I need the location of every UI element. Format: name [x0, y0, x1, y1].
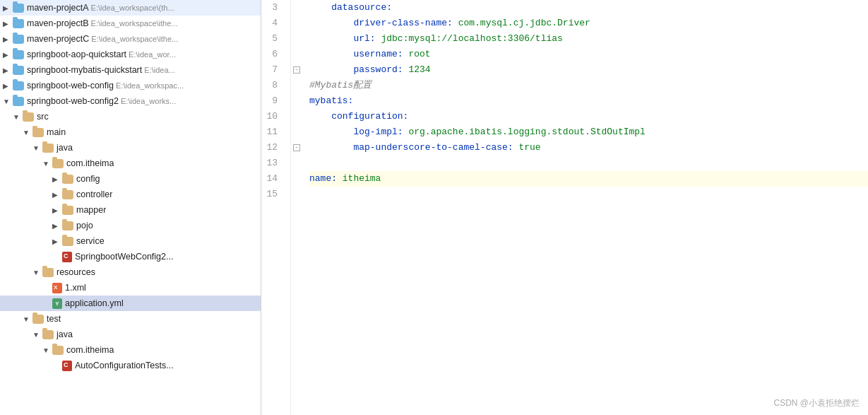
yml-file-icon — [52, 298, 62, 309]
tree-label: controller — [76, 189, 112, 199]
tree-label: maven-projectC E:\idea_workspace\ithe... — [27, 34, 178, 44]
maven-folder-icon — [13, 97, 24, 106]
line-number: 9 — [261, 93, 283, 109]
code-line: password: 1234 — [309, 62, 868, 78]
line-number: 3 — [261, 0, 283, 16]
code-line: datasource: — [309, 0, 868, 16]
tree-label: SpringbootWebConfig2... — [75, 252, 173, 262]
tree-item-com.itheima[interactable]: com.itheima — [0, 156, 261, 171]
tree-label: AutoConfigurationTests... — [75, 361, 174, 370]
code-line: name: itheima — [309, 171, 868, 187]
gutter-cell — [291, 171, 302, 187]
gutter-cell: - — [291, 62, 302, 78]
gutter-cell — [291, 156, 302, 171]
tree-label: springboot-aop-quickstart E:\idea_wor... — [27, 49, 176, 59]
file-tree: maven-projectA E:\idea_workspace\(th...m… — [0, 0, 261, 415]
tree-arrow — [42, 346, 52, 354]
line-numbers: 3456789101112131415 — [261, 0, 291, 415]
tree-label: service — [76, 236, 105, 246]
tree-item-maven-projectA[interactable]: maven-projectA E:\idea_workspace\(th... — [0, 0, 261, 16]
folder-icon — [52, 159, 64, 168]
tree-arrow — [3, 66, 13, 74]
tree-item-SpringbootWebConfig2[interactable]: SpringbootWebConfig2... — [0, 249, 261, 264]
tree-item-resources[interactable]: resources — [0, 264, 261, 280]
tree-arrow — [42, 160, 52, 168]
line-number: 4 — [261, 16, 283, 31]
tree-label: maven-projectA E:\idea_workspace\(th... — [27, 3, 174, 13]
tree-item-config[interactable]: config — [0, 171, 261, 187]
tree-item-springboot-web-config[interactable]: springboot-web-config E:\idea_workspac..… — [0, 78, 261, 93]
tree-label: src — [37, 112, 49, 122]
tree-arrow — [52, 191, 62, 199]
gutter-cell — [291, 124, 302, 140]
tree-item-pojo[interactable]: pojo — [0, 218, 261, 233]
code-area[interactable]: datasource: driver-class-name: com.mysql… — [302, 0, 868, 415]
tree-item-1.xml[interactable]: 1.xml — [0, 280, 261, 296]
line-number: 15 — [261, 187, 283, 202]
tree-arrow — [52, 222, 62, 230]
tree-arrow — [32, 331, 42, 339]
gutter-cell — [291, 78, 302, 93]
tree-item-src[interactable]: src — [0, 109, 261, 124]
tree-arrow — [3, 51, 13, 59]
tree-label: springboot-web-config E:\idea_workspac..… — [27, 81, 184, 90]
tree-arrow — [32, 269, 42, 276]
tree-item-springboot-web-config2[interactable]: springboot-web-config2 E:\idea_works... — [0, 93, 261, 109]
line-number: 14 — [261, 171, 283, 187]
tree-item-springboot-aop-quickstart[interactable]: springboot-aop-quickstart E:\idea_wor... — [0, 47, 261, 62]
line-number: 10 — [261, 109, 283, 124]
code-line: map-underscore-to-camel-case: true — [309, 140, 868, 156]
tree-item-springboot-mybatis-quickstart[interactable]: springboot-mybatis-quickstart E:\idea... — [0, 62, 261, 78]
tree-item-java[interactable]: java — [0, 140, 261, 156]
code-line: username: root — [309, 47, 868, 62]
gutter-cell — [291, 47, 302, 62]
tree-item-com.itheima-test[interactable]: com.itheima — [0, 342, 261, 358]
code-line: #Mybatis配置 — [309, 78, 868, 93]
tree-arrow — [3, 20, 13, 28]
gutter-cell: - — [291, 140, 302, 156]
tree-arrow — [32, 144, 42, 152]
tree-arrow — [23, 315, 32, 323]
tree-label: pojo — [76, 221, 93, 230]
tree-item-application.yml[interactable]: application.yml — [0, 296, 261, 311]
line-number: 5 — [261, 31, 283, 47]
code-line: configuration: — [309, 109, 868, 124]
tree-item-controller[interactable]: controller — [0, 187, 261, 202]
code-editor: 3456789101112131415 -- datasource: drive… — [261, 0, 868, 415]
gutter: -- — [291, 0, 302, 415]
tree-arrow — [52, 175, 62, 183]
folder-icon — [62, 221, 73, 230]
tree-item-java-test[interactable]: java — [0, 327, 261, 342]
folder-icon — [42, 330, 54, 339]
line-number: 8 — [261, 78, 283, 93]
tree-arrow — [13, 113, 23, 121]
fold-icon[interactable]: - — [293, 144, 300, 151]
folder-icon — [42, 268, 54, 277]
code-line — [309, 187, 868, 202]
tree-arrow — [3, 35, 13, 43]
gutter-cell — [291, 16, 302, 31]
folder-icon — [52, 346, 64, 355]
watermark: CSDN @小袁拒绝摆烂 — [773, 397, 860, 409]
maven-folder-icon — [13, 66, 24, 75]
tree-item-service[interactable]: service — [0, 233, 261, 249]
fold-icon[interactable]: - — [293, 66, 300, 74]
tree-item-maven-projectC[interactable]: maven-projectC E:\idea_workspace\ithe... — [0, 31, 261, 47]
tree-item-main[interactable]: main — [0, 124, 261, 140]
java-file-icon — [62, 252, 72, 262]
folder-icon — [42, 144, 54, 153]
folder-icon — [23, 112, 34, 122]
tree-label: springboot-web-config2 E:\idea_works... — [27, 96, 176, 106]
tree-item-mapper[interactable]: mapper — [0, 202, 261, 218]
line-number: 11 — [261, 124, 283, 140]
tree-label: application.yml — [65, 298, 124, 308]
tree-label: springboot-mybatis-quickstart E:\idea... — [27, 65, 175, 75]
tree-item-AutoConfigurationTests[interactable]: AutoConfigurationTests... — [0, 358, 261, 373]
tree-arrow — [3, 4, 13, 12]
java-file-icon — [62, 361, 72, 371]
maven-folder-icon — [13, 35, 24, 44]
folder-icon — [32, 315, 44, 324]
tree-item-maven-projectB[interactable]: maven-projectB E:\idea_workspace\ithe... — [0, 16, 261, 31]
gutter-cell — [291, 109, 302, 124]
tree-item-test[interactable]: test — [0, 311, 261, 327]
